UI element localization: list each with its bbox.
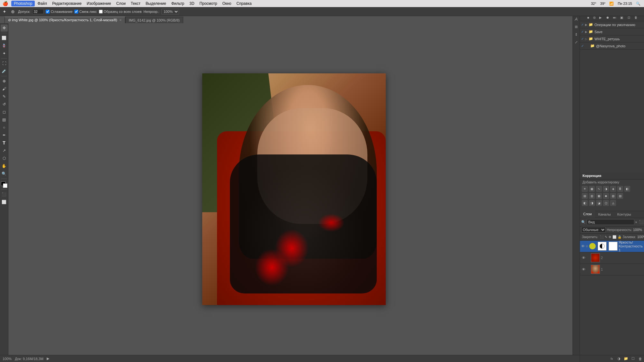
tool-eyedropper[interactable]: 💉	[1, 68, 8, 75]
fr-icon-arrows[interactable]: ⇕	[573, 32, 579, 37]
lb-adjustment[interactable]: ◑	[616, 356, 621, 361]
search-icon[interactable]: 🔍	[635, 2, 641, 6]
opacity-select[interactable]: 100%	[161, 9, 179, 14]
layer-row-2[interactable]: 👁 2	[580, 252, 644, 264]
corr-btn-levels[interactable]: ▦	[589, 186, 595, 192]
lock-artboard[interactable]: ⬜	[612, 234, 616, 239]
left-toolbar: ✥ ⬜ 🪢 ✦ ⛶ 💉 ⊕ 🖌 ✎ ↺ ◻ ▤ ○ ✒ T ↗ ⬡ ✋ 🔍 ⬛ …	[0, 23, 8, 355]
tool-eraser[interactable]: ◻	[1, 108, 8, 116]
menu-layers[interactable]: Слои	[114, 1, 128, 6]
menu-help[interactable]: Справка	[234, 1, 254, 6]
lock-position[interactable]: ✥	[609, 234, 611, 239]
tool-pen[interactable]: ✒	[1, 132, 8, 139]
corr-btn-vibrance[interactable]: ◈	[610, 186, 616, 192]
menu-window[interactable]: Окно	[220, 1, 234, 6]
layer-row-adjustment[interactable]: 👁 ⊘ Яркость/Контрастность 1	[580, 241, 644, 252]
lb-new[interactable]: ☐	[630, 356, 636, 361]
corr-btn-posterize[interactable]: ▧	[610, 193, 616, 199]
tool-history-brush[interactable]: ↺	[1, 101, 8, 108]
lock-pixels[interactable]: ✎	[605, 234, 607, 239]
corr-btn-hsl[interactable]: ≣	[617, 186, 623, 192]
corr-btn-map[interactable]: ◪	[596, 200, 602, 206]
corr-btn-brightness[interactable]: ☀	[582, 186, 588, 192]
layer-visibility-3[interactable]: 👁	[581, 267, 586, 272]
tool-dodge[interactable]: ○	[1, 124, 8, 131]
lock-all[interactable]: 🔒	[618, 234, 621, 239]
fr-icon-grid[interactable]: ⊞	[573, 24, 579, 30]
photo-canvas[interactable]	[202, 73, 386, 305]
layers-search-dropdown[interactable]: ▾	[635, 220, 637, 224]
tab-layers[interactable]: Слои	[580, 211, 595, 218]
menu-right-area: 32° 39° 📶 Пн 23:15 🔍	[590, 2, 641, 6]
tab-channels[interactable]: Каналы	[595, 211, 614, 218]
menu-text[interactable]: Текст	[128, 1, 143, 6]
corr-btn-exposure[interactable]: ◑	[603, 186, 609, 192]
tool-gradient[interactable]: ▤	[1, 116, 8, 123]
tool-brush[interactable]: 🖌	[1, 85, 8, 92]
layer-visibility-1[interactable]: 👁	[581, 244, 585, 248]
menu-photoshop[interactable]: Photoshop	[11, 1, 35, 6]
background-color[interactable]	[3, 183, 7, 188]
menu-filter[interactable]: Фильтр	[169, 1, 187, 6]
doc-tab-1[interactable]: ⊘ img White.jpg @ 100% (Яркость/Контраст…	[5, 17, 125, 23]
doc-tab-2[interactable]: IMG_6142.jpg @ 100% (RGB/8)	[125, 17, 183, 23]
ops-item-2[interactable]: ✓ ▶ 📁 Save	[580, 28, 644, 35]
menu-view[interactable]: Просмотр	[197, 1, 220, 6]
tool-shape[interactable]: ⬡	[1, 155, 8, 162]
smooth-check[interactable]: Сглаживание	[46, 10, 72, 14]
tool-heal[interactable]: ⊕	[1, 78, 8, 85]
tool-crop[interactable]: ⛶	[1, 60, 8, 67]
lb-delete[interactable]: 🗑	[638, 356, 643, 361]
corr-btn-curves[interactable]: ∿	[596, 186, 602, 192]
lb-group[interactable]: 📁	[623, 356, 629, 361]
menu-3d[interactable]: 3D	[187, 1, 197, 6]
layers-search-input[interactable]	[587, 219, 634, 225]
corr-btn-channel[interactable]: ▦	[596, 193, 602, 199]
menu-file[interactable]: Файл	[35, 1, 50, 6]
tab-paths[interactable]: Контуры	[614, 211, 634, 218]
tool-magic-wand[interactable]: ✦	[1, 50, 8, 57]
corr-btn-selective[interactable]: ◨	[589, 200, 595, 206]
color-swatches[interactable]	[1, 181, 7, 188]
tolerance-input[interactable]	[32, 9, 44, 14]
tool-clone[interactable]: ✎	[1, 93, 8, 100]
menu-edit[interactable]: Редактирование	[50, 1, 84, 6]
corr-btn-bw[interactable]: ▤	[582, 193, 588, 199]
corr-btn-threshold[interactable]: ▨	[617, 193, 623, 199]
fr-icon-resize[interactable]: ⤢	[573, 39, 579, 45]
ops-item-4[interactable]: ✓ 📁 @Nasyrova_photo	[580, 42, 644, 50]
layers-bottom-bar: fx ◑ 📁 ☐ 🗑	[580, 355, 644, 362]
corr-btn-invert[interactable]: ◙	[603, 193, 609, 199]
blend-mode-select[interactable]: Обычные	[581, 227, 606, 233]
tool-zoom[interactable]: 🔍	[1, 170, 8, 177]
layer-row-1[interactable]: 👁 1	[580, 264, 644, 275]
tool-marquee[interactable]: ⬜	[1, 34, 8, 42]
lock-transparent[interactable]: ⬛	[600, 234, 603, 239]
corr-btn-gradient[interactable]: ◧	[582, 200, 588, 206]
contiguous-check[interactable]: Смеж.пикс	[74, 10, 97, 14]
tool-screen-mode[interactable]: ⬜	[1, 199, 8, 206]
tool-move[interactable]: ✥	[1, 24, 8, 32]
ops-item-1[interactable]: ✓ ▶ 📁 Операции по умолчанию	[580, 21, 644, 28]
ops-check-4: ✓	[581, 44, 584, 48]
apple-menu[interactable]: 🍎	[3, 1, 8, 6]
doc-tab-1-close[interactable]: ✕	[119, 18, 122, 22]
status-arrow[interactable]: ▶	[47, 357, 49, 361]
ops-item-3[interactable]: ✓ ▷ 📁 WHITE_ретушь	[580, 35, 644, 42]
menu-image[interactable]: Изображение	[84, 1, 114, 6]
corr-btn-photo[interactable]: ▥	[589, 193, 595, 199]
tool-text[interactable]: T	[1, 139, 8, 146]
corr-btn-solid[interactable]: ◬	[610, 200, 616, 206]
tool-path[interactable]: ↗	[1, 147, 8, 154]
tool-lasso[interactable]: 🪢	[1, 42, 8, 49]
all-layers-check[interactable]: Образец со всех слоев	[99, 10, 142, 14]
tool-mask-mode[interactable]: ⬛	[1, 191, 8, 198]
tool-hand[interactable]: ✋	[1, 162, 8, 170]
layers-icon-btn-1[interactable]: ⬛	[639, 220, 644, 224]
corr-btn-pattern[interactable]: ◫	[603, 200, 609, 206]
lb-fx[interactable]: fx	[609, 356, 614, 361]
corr-btn-colorbalance[interactable]: ◧	[624, 186, 630, 192]
status-bar: 100% Док: 9,16М/18,3М ▶	[0, 355, 580, 362]
layer-visibility-2[interactable]: 👁	[581, 255, 586, 260]
menu-select[interactable]: Выделение	[143, 1, 169, 6]
